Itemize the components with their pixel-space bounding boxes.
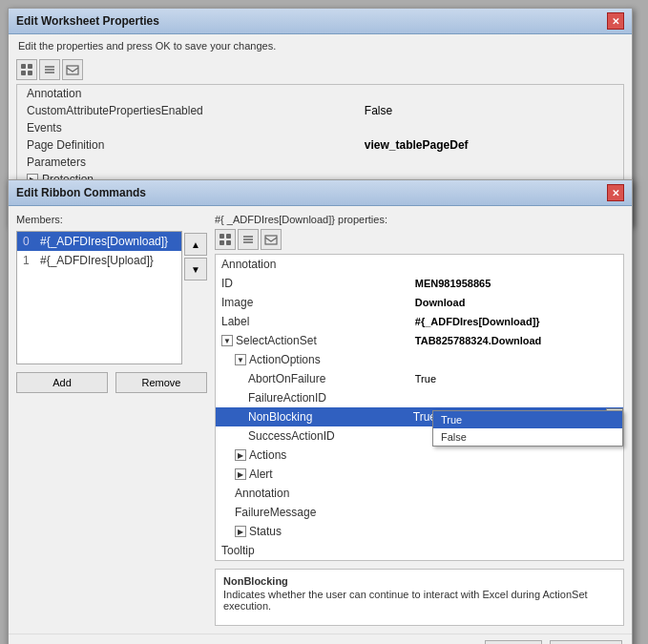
prop-value-cell: #{_ADFDIres[Download]} — [409, 312, 623, 331]
ribbon-dialog-footer: OK Cancel — [9, 634, 632, 644]
svg-rect-1 — [28, 64, 32, 69]
prop-value-cell — [409, 388, 623, 407]
svg-rect-7 — [67, 66, 78, 74]
prop-name: Parameters — [17, 154, 355, 171]
prop-name: Annotation — [17, 85, 355, 102]
properties-title: #{ _ADFDIres[Download]} properties: — [215, 214, 624, 225]
prop-value-cell — [409, 255, 623, 274]
prop-value-cell — [409, 541, 623, 560]
prop-name-cell: ▶Actions — [216, 446, 409, 465]
prop-name-cell: FailureActionID — [216, 388, 409, 407]
members-label: Members: — [16, 214, 207, 225]
svg-rect-10 — [219, 240, 224, 245]
worksheet-dialog-title: Edit Worksheet Properties — [16, 14, 159, 28]
move-down-button[interactable]: ▼ — [184, 258, 207, 280]
prop-name: CustomAttributePropertiesEnabled — [17, 102, 355, 119]
move-up-button[interactable]: ▲ — [184, 233, 207, 256]
prop-value: view_tablePageDef — [355, 136, 623, 154]
svg-rect-9 — [226, 234, 231, 239]
prop-name-cell: NonBlocking — [216, 407, 409, 426]
ok-button[interactable]: OK — [485, 640, 542, 644]
svg-rect-11 — [226, 240, 231, 245]
props-toolbar — [215, 229, 624, 250]
prop-value-cell — [409, 484, 623, 503]
prop-name-cell: Tooltip — [216, 541, 409, 560]
prop-name-cell: SuccessActionID — [216, 426, 409, 446]
description-box: NonBlocking Indicates whether the user c… — [215, 569, 624, 626]
expander-icon[interactable]: ▼ — [221, 335, 233, 346]
svg-rect-2 — [21, 71, 26, 75]
members-list-area: 0#{_ADFDIres[Download]}1#{_ADFDIres[Uplo… — [16, 231, 207, 364]
props-toolbar-btn-3[interactable] — [261, 229, 282, 250]
prop-value-cell — [409, 350, 623, 369]
ribbon-props-table: Annotation ID MEN981958865 Image Downloa… — [216, 255, 623, 560]
members-list: 0#{_ADFDIres[Download]}1#{_ADFDIres[Uplo… — [16, 231, 182, 364]
toolbar-btn-3[interactable] — [62, 59, 83, 80]
ribbon-title-bar: Edit Ribbon Commands ✕ — [9, 180, 632, 206]
expander-icon[interactable]: ▶ — [235, 526, 246, 537]
member-index: 0 — [23, 235, 36, 248]
prop-name-cell: ▶Alert — [216, 465, 409, 484]
prop-value-cell — [409, 465, 623, 484]
member-name: #{_ADFDIres[Upload]} — [40, 254, 154, 267]
add-button[interactable]: Add — [16, 372, 108, 393]
prop-value-cell: TAB825788324.Download — [409, 331, 623, 350]
desc-title: NonBlocking — [223, 575, 616, 587]
prop-name-cell: Image — [216, 293, 409, 312]
expander-icon[interactable]: ▶ — [235, 468, 246, 480]
prop-name-cell: AbortOnFailure — [216, 369, 409, 388]
svg-rect-8 — [219, 234, 224, 239]
members-panel: Members: 0#{_ADFDIres[Download]}1#{_ADFD… — [16, 214, 207, 626]
props-toolbar-btn-1[interactable] — [215, 229, 236, 250]
prop-name-cell: FailureMessage — [216, 503, 409, 522]
prop-value — [355, 85, 623, 102]
svg-rect-0 — [21, 64, 26, 69]
list-item[interactable]: 1#{_ADFDIres[Upload]} — [17, 251, 181, 270]
prop-name: Events — [17, 119, 355, 136]
expander-icon[interactable]: ▼ — [235, 354, 246, 365]
ribbon-dialog-title: Edit Ribbon Commands — [16, 186, 146, 199]
props-area: Annotation ID MEN981958865 Image Downloa… — [215, 254, 624, 561]
ribbon-close-button[interactable]: ✕ — [607, 184, 624, 201]
worksheet-close-button[interactable]: ✕ — [607, 12, 624, 30]
prop-name-cell: ▼ActionOptions — [216, 350, 409, 369]
prop-value: False — [355, 102, 623, 119]
prop-value — [355, 119, 623, 136]
cancel-button[interactable]: Cancel — [550, 640, 622, 644]
worksheet-title-bar: Edit Worksheet Properties ✕ — [9, 9, 632, 34]
toolbar-btn-2[interactable] — [39, 59, 60, 80]
remove-button[interactable]: Remove — [115, 372, 207, 393]
member-index: 1 — [23, 254, 36, 267]
dropdown-option[interactable]: False — [433, 428, 622, 446]
prop-name-cell: ▼SelectActionSet — [216, 331, 409, 350]
prop-name-cell: Label — [216, 312, 409, 331]
prop-value-cell: True — [409, 369, 623, 388]
prop-name: Page Definition — [17, 136, 355, 154]
svg-rect-15 — [265, 236, 277, 244]
dropdown-option[interactable]: True — [433, 411, 622, 428]
members-action-row: Add Remove — [16, 372, 207, 393]
prop-value-cell: MEN981958865 — [409, 274, 623, 293]
prop-value — [355, 154, 623, 171]
prop-value-cell — [409, 522, 623, 541]
prop-value-cell — [409, 446, 623, 465]
nonblocking-dropdown[interactable]: TrueFalse — [432, 410, 623, 447]
expander-icon[interactable]: ▶ — [235, 449, 246, 461]
prop-name-cell: ▶Status — [216, 522, 409, 541]
worksheet-toolbar — [9, 57, 632, 82]
prop-value-cell — [409, 503, 623, 522]
list-item[interactable]: 0#{_ADFDIres[Download]} — [17, 232, 181, 251]
prop-value-cell: Download — [409, 293, 623, 312]
prop-name-cell: Annotation — [216, 484, 409, 503]
props-toolbar-btn-2[interactable] — [238, 229, 259, 250]
svg-rect-3 — [28, 71, 32, 75]
toolbar-btn-1[interactable] — [16, 59, 37, 80]
worksheet-subtitle: Edit the properties and press OK to save… — [9, 34, 632, 57]
prop-name-cell: ID — [216, 274, 409, 293]
member-name: #{_ADFDIres[Download]} — [40, 235, 168, 248]
move-buttons: ▲ ▼ — [184, 231, 207, 364]
desc-text: Indicates whether the user can continue … — [223, 589, 616, 612]
prop-name-cell: Annotation — [216, 255, 409, 274]
